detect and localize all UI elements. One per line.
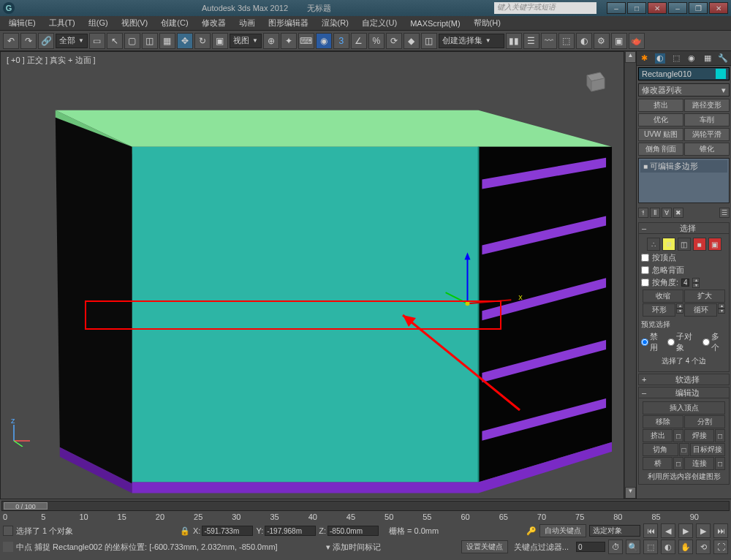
schematic-button[interactable]: ⬚ (558, 33, 575, 49)
material-button[interactable]: ◐ (576, 33, 592, 49)
chk-ignoreback[interactable]: 忽略背面 (641, 265, 727, 276)
viewcube[interactable] (580, 67, 609, 96)
render-button[interactable]: 🫖 (629, 33, 645, 49)
menu-edit[interactable]: 编辑(E) (3, 16, 42, 30)
tab-motion-icon[interactable]: ◉ (686, 53, 697, 64)
menu-grapheditors[interactable]: 图形编辑器 (262, 16, 314, 30)
link-button[interactable]: 🔗 (38, 33, 54, 49)
nav-pan-button[interactable]: ✋ (678, 540, 693, 554)
mirror-button[interactable]: ◫ (421, 33, 437, 49)
undo-button[interactable]: ↶ (3, 33, 19, 49)
pctsnap-button[interactable]: % (368, 33, 385, 49)
objsnap-button[interactable]: ◆ (404, 33, 420, 49)
btn-uvwmap[interactable]: UVW 贴图 (638, 128, 683, 141)
menu-customize[interactable]: 自定义(U) (356, 16, 403, 30)
coord-y[interactable] (265, 526, 316, 536)
modifier-list-dropdown[interactable]: 修改器列表▾ (638, 83, 730, 97)
tab-modify-icon[interactable]: ◐ (655, 53, 665, 64)
next-frame-button[interactable]: ▶ (696, 523, 711, 538)
btn-weld[interactable]: 焊接 (684, 429, 714, 442)
tab-create-icon[interactable]: ✱ (640, 53, 650, 64)
close2-button[interactable]: ✕ (709, 2, 728, 14)
subobj-polygon[interactable]: ■ (693, 238, 706, 251)
window-crossing-button[interactable]: ◫ (142, 33, 158, 49)
remove-icon[interactable]: ✖ (673, 208, 683, 218)
prev-frame-button[interactable]: ◀ (661, 523, 675, 538)
snap3-button[interactable]: 3 (333, 33, 349, 49)
viewport-label[interactable]: [ +0 ] 正交 ] 真实 + 边面 ] (7, 55, 96, 66)
pin-icon[interactable]: ⫯ (638, 208, 648, 218)
tab-display-icon[interactable]: ▦ (702, 53, 713, 64)
btn-insertvertex[interactable]: 插入顶点 (643, 401, 725, 415)
selection-filter[interactable]: 全部▼ (56, 34, 88, 48)
frame-input[interactable] (576, 542, 605, 552)
maximize-button[interactable]: □ (627, 2, 646, 14)
move-button[interactable]: ✥ (177, 33, 193, 49)
viewport-scrollbar[interactable]: ▲▼ (624, 51, 636, 499)
btn-extrude-settings[interactable]: □ (673, 429, 683, 442)
menu-animation[interactable]: 动画 (233, 16, 261, 30)
loop-spinner[interactable]: ▴▾ (718, 303, 725, 314)
btn-weld-settings[interactable]: □ (715, 429, 725, 442)
anglesnap-button[interactable]: ∠ (351, 33, 367, 49)
menu-rendering[interactable]: 渲染(R) (316, 16, 355, 30)
minimize-button[interactable]: – (607, 2, 626, 14)
menu-help[interactable]: 帮助(H) (468, 16, 507, 30)
keymode-dropdown[interactable]: 选定对象 (589, 525, 640, 537)
chk-byvertex[interactable]: 按顶点 (641, 252, 727, 263)
radio-multi[interactable]: 多个 (702, 331, 727, 353)
rollout-softsel[interactable]: +软选择 (638, 374, 730, 385)
angle-spinner[interactable]: ▴▾ (692, 278, 700, 288)
layers-button[interactable]: ☰ (523, 33, 539, 49)
rollout-editedge[interactable]: –编辑边 (638, 387, 730, 398)
nav-zoomall-button[interactable]: ⬚ (643, 540, 658, 554)
keyfilter-link[interactable]: 关键点过滤器... (514, 542, 569, 553)
btn-split[interactable]: 分割 (684, 415, 725, 428)
menu-view[interactable]: 视图(V) (115, 16, 154, 30)
lock-icon[interactable] (3, 526, 13, 536)
render-frame-button[interactable]: ▣ (611, 33, 627, 49)
help-search-input[interactable]: 键入关键字或短语 (494, 2, 596, 14)
btn-connect-settings[interactable]: □ (715, 457, 725, 470)
close-button[interactable]: ✕ (648, 2, 667, 14)
coord-x[interactable] (202, 526, 253, 536)
goto-end-button[interactable]: ⏭ (713, 523, 728, 538)
refcoord-dropdown[interactable]: 视图▼ (230, 34, 262, 48)
select-arrow-button[interactable]: ↖ (107, 33, 123, 49)
snap-button[interactable]: ◉ (316, 33, 332, 49)
object-color-swatch[interactable] (716, 69, 726, 79)
setkey-button[interactable]: 设置关键点 (461, 540, 508, 553)
btn-edge-extrude[interactable]: 挤出 (643, 429, 673, 442)
btn-pathdeform[interactable]: 路径变形 (684, 99, 730, 112)
radio-off[interactable]: 禁用 (641, 331, 665, 353)
btn-shrink[interactable]: 收缩 (643, 290, 683, 303)
btn-targetweld[interactable]: 目标焊接 (690, 443, 726, 456)
redo-button[interactable]: ↷ (20, 33, 37, 49)
tab-hierarchy-icon[interactable]: ⬚ (671, 53, 681, 64)
menu-maxscript[interactable]: MAXScript(M) (404, 18, 466, 29)
manipulate-button[interactable]: ✦ (281, 33, 297, 49)
subobj-edge[interactable]: ⧄ (662, 238, 675, 251)
render-setup-button[interactable]: ⚙ (594, 33, 610, 49)
btn-ring[interactable]: 环形 (643, 303, 675, 317)
menu-modifiers[interactable]: 修改器 (196, 16, 232, 30)
btn-remove[interactable]: 移除 (643, 415, 683, 428)
restore-button[interactable]: ❐ (689, 2, 708, 14)
select-button[interactable]: ▭ (89, 33, 105, 49)
autokey-button[interactable]: 自动关键点 (539, 524, 586, 537)
btn-bridge-settings[interactable]: □ (673, 457, 683, 470)
btn-optimize[interactable]: 优化 (638, 113, 683, 126)
tab-utilities-icon[interactable]: 🔧 (718, 53, 728, 64)
coord-z[interactable] (327, 526, 379, 536)
btn-grow[interactable]: 扩大 (684, 290, 725, 303)
spinnersnap-button[interactable]: ⟳ (386, 33, 402, 49)
time-handle[interactable]: 0 / 100 (4, 502, 48, 510)
btn-bridge[interactable]: 桥 (643, 457, 673, 470)
btn-connect[interactable]: 连接 (684, 457, 714, 470)
makeunique-icon[interactable]: ∀ (662, 208, 672, 218)
nav-orbit-button[interactable]: ⟲ (696, 540, 711, 554)
goto-start-button[interactable]: ⏮ (643, 523, 658, 538)
play-button[interactable]: ▶ (678, 523, 693, 538)
btn-chamfer-settings[interactable]: □ (679, 443, 689, 456)
chk-byangle[interactable] (641, 279, 649, 287)
